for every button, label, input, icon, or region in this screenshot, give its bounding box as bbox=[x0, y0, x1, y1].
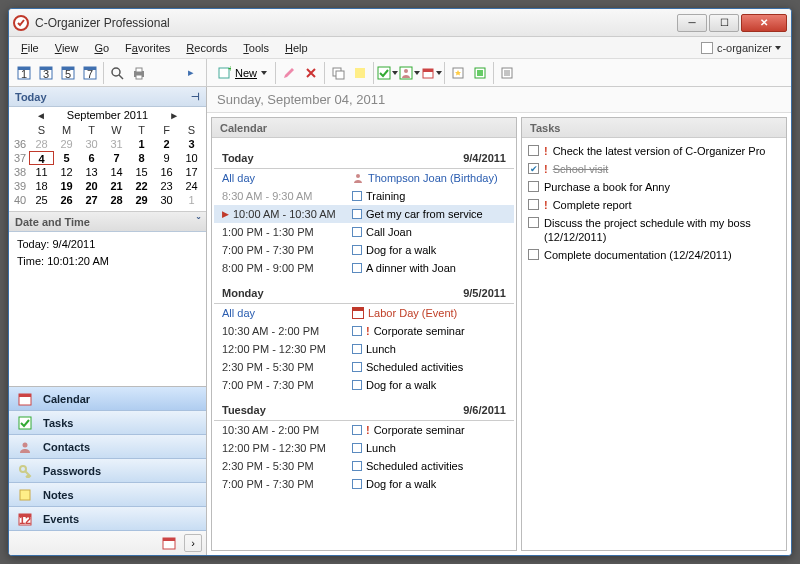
task-row[interactable]: Purchase a book for Anny bbox=[528, 178, 780, 196]
calendar-body[interactable]: Today 9/4/2011 All day Thompson Joan (Bi… bbox=[212, 138, 516, 550]
event-row[interactable]: 12:00 PM - 12:30 PM Lunch bbox=[214, 439, 514, 457]
task-row[interactable]: ! Check the latest version of C-Organize… bbox=[528, 142, 780, 160]
minimize-button[interactable]: ─ bbox=[677, 14, 707, 32]
event-row[interactable]: 8:30 AM - 9:30 AM Training bbox=[214, 187, 514, 205]
maximize-button[interactable]: ☐ bbox=[709, 14, 739, 32]
calendar-day[interactable]: 12 bbox=[54, 165, 79, 179]
task-checkbox[interactable] bbox=[528, 145, 539, 156]
nav-item-passwords[interactable]: Passwords bbox=[9, 459, 206, 483]
edit-button[interactable] bbox=[278, 62, 300, 84]
nav-item-events[interactable]: 12 Events bbox=[9, 507, 206, 531]
calendar-day[interactable]: 20 bbox=[79, 179, 104, 193]
calendar-day[interactable]: 22 bbox=[129, 179, 154, 193]
event-row[interactable]: 1:00 PM - 1:30 PM Call Joan bbox=[214, 223, 514, 241]
event-row[interactable]: ▶10:00 AM - 10:30 AM Get my car from ser… bbox=[214, 205, 514, 223]
calendar-day[interactable]: 6 bbox=[79, 151, 104, 165]
event-row[interactable]: 10:30 AM - 2:00 PM !Corporate seminar bbox=[214, 322, 514, 340]
task-row[interactable]: Discuss the project schedule with my bos… bbox=[528, 214, 780, 246]
menu-view[interactable]: View bbox=[47, 40, 87, 56]
task-checkbox[interactable] bbox=[528, 181, 539, 192]
new-button[interactable]: + New bbox=[211, 62, 273, 84]
calendar-day[interactable]: 28 bbox=[104, 193, 129, 207]
calendar-day[interactable]: 9 bbox=[154, 151, 179, 165]
calendar-day[interactable]: 2 bbox=[154, 137, 179, 151]
toolbar-expand-button[interactable]: ▸ bbox=[180, 62, 202, 84]
calendar-day[interactable]: 21 bbox=[104, 179, 129, 193]
menu-records[interactable]: Records bbox=[178, 40, 235, 56]
favorite-button[interactable] bbox=[447, 62, 469, 84]
calendar-day[interactable]: 15 bbox=[129, 165, 154, 179]
event-row[interactable]: 7:00 PM - 7:30 PM Dog for a walk bbox=[214, 475, 514, 493]
calendar-day[interactable]: 8 bbox=[129, 151, 154, 165]
copy-button[interactable] bbox=[327, 62, 349, 84]
category-button[interactable] bbox=[469, 62, 491, 84]
pin-icon[interactable]: ⊣ bbox=[191, 91, 200, 102]
event-row[interactable]: 8:00 PM - 9:00 PM A dinner with Joan bbox=[214, 259, 514, 277]
calendar-day[interactable]: 4 bbox=[29, 151, 54, 165]
menu-file[interactable]: File bbox=[13, 40, 47, 56]
collapse-icon[interactable]: ˇ bbox=[197, 216, 200, 227]
calendar-day[interactable]: 13 bbox=[79, 165, 104, 179]
task-list[interactable]: ! Check the latest version of C-Organize… bbox=[522, 138, 786, 268]
calendar-day[interactable]: 25 bbox=[29, 193, 54, 207]
calendar-day[interactable]: 30 bbox=[79, 137, 104, 151]
nav-calendar-icon[interactable] bbox=[158, 532, 180, 554]
calendar-day[interactable]: 19 bbox=[54, 179, 79, 193]
task-row[interactable]: Complete documentation (12/24/2011) bbox=[528, 246, 780, 264]
close-button[interactable]: ✕ bbox=[741, 14, 787, 32]
prev-month-button[interactable]: ◄ bbox=[33, 110, 49, 121]
calendar-day[interactable]: 17 bbox=[179, 165, 204, 179]
event-row[interactable]: 12:00 PM - 12:30 PM Lunch bbox=[214, 340, 514, 358]
calendar-day[interactable]: 29 bbox=[129, 193, 154, 207]
month-label[interactable]: September 2011 bbox=[49, 109, 166, 121]
menu-go[interactable]: Go bbox=[86, 40, 117, 56]
calendar-day[interactable]: 26 bbox=[54, 193, 79, 207]
task-row[interactable]: ✔ ! School visit bbox=[528, 160, 780, 178]
calendar-day[interactable]: 31 bbox=[104, 137, 129, 151]
calendar-day[interactable]: 16 bbox=[154, 165, 179, 179]
delete-button[interactable] bbox=[300, 62, 322, 84]
calendar-day[interactable]: 28 bbox=[29, 137, 54, 151]
calendar-day[interactable]: 29 bbox=[54, 137, 79, 151]
nav-item-calendar[interactable]: Calendar bbox=[9, 387, 206, 411]
calendar-day[interactable]: 14 bbox=[104, 165, 129, 179]
calendar-day[interactable]: 18 bbox=[29, 179, 54, 193]
view-week-button[interactable]: 7 bbox=[79, 62, 101, 84]
calendar-day[interactable]: 1 bbox=[179, 193, 204, 207]
next-month-button[interactable]: ► bbox=[166, 110, 182, 121]
view-5day-button[interactable]: 5 bbox=[57, 62, 79, 84]
task-checkbox[interactable] bbox=[528, 217, 539, 228]
calendar-day[interactable]: 30 bbox=[154, 193, 179, 207]
calendar-day[interactable]: 27 bbox=[79, 193, 104, 207]
event-row[interactable]: 2:30 PM - 5:30 PM Scheduled activities bbox=[214, 457, 514, 475]
mini-calendar[interactable]: SMTWTFS362829303112337456789103811121314… bbox=[9, 123, 206, 211]
print-button[interactable] bbox=[128, 62, 150, 84]
event-row[interactable]: 7:00 PM - 7:30 PM Dog for a walk bbox=[214, 376, 514, 394]
task-checkbox[interactable]: ✔ bbox=[528, 163, 539, 174]
event-row[interactable]: 10:30 AM - 2:00 PM !Corporate seminar bbox=[214, 421, 514, 439]
search-button[interactable] bbox=[106, 62, 128, 84]
nav-more-button[interactable]: › bbox=[184, 534, 202, 552]
list-view-button[interactable] bbox=[496, 62, 518, 84]
menu-help[interactable]: Help bbox=[277, 40, 316, 56]
calendar-day[interactable]: 24 bbox=[179, 179, 204, 193]
calendar-day[interactable]: 11 bbox=[29, 165, 54, 179]
calendar-day[interactable]: 23 bbox=[154, 179, 179, 193]
event-row[interactable]: All day Labor Day (Event) bbox=[214, 304, 514, 322]
calendar-day[interactable]: 10 bbox=[179, 151, 204, 165]
contact-button[interactable] bbox=[398, 62, 420, 84]
today-panel-header[interactable]: Today ⊣ bbox=[9, 87, 206, 107]
task-row[interactable]: ! Complete report bbox=[528, 196, 780, 214]
calendar-day[interactable]: 1 bbox=[129, 137, 154, 151]
event-row[interactable]: 2:30 PM - 5:30 PM Scheduled activities bbox=[214, 358, 514, 376]
menu-tools[interactable]: Tools bbox=[235, 40, 277, 56]
nav-item-contacts[interactable]: Contacts bbox=[9, 435, 206, 459]
check-button[interactable] bbox=[376, 62, 398, 84]
calendar-day[interactable]: 7 bbox=[104, 151, 129, 165]
event-row[interactable]: 7:00 PM - 7:30 PM Dog for a walk bbox=[214, 241, 514, 259]
task-checkbox[interactable] bbox=[528, 199, 539, 210]
nav-item-notes[interactable]: Notes bbox=[9, 483, 206, 507]
event-button[interactable] bbox=[420, 62, 442, 84]
view-3day-button[interactable]: 3 bbox=[35, 62, 57, 84]
datetime-header[interactable]: Date and Time ˇ bbox=[9, 212, 206, 232]
